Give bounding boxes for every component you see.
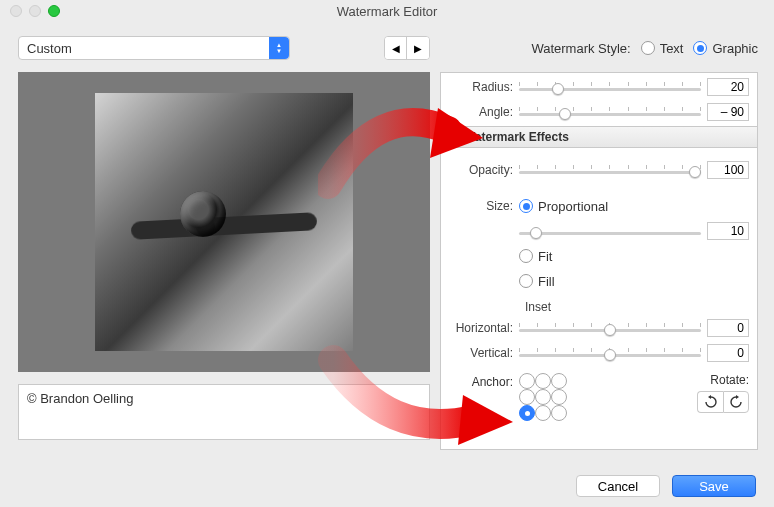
settings-panel: Radius: Angle: [440, 72, 758, 450]
horizontal-slider[interactable] [519, 321, 701, 335]
rotate-ccw-icon [704, 395, 718, 409]
anchor-ml[interactable] [519, 389, 535, 405]
style-text-radio[interactable]: Text [641, 41, 684, 56]
vertical-slider[interactable] [519, 346, 701, 360]
anchor-mc[interactable] [535, 389, 551, 405]
anchor-label: Anchor: [441, 373, 519, 389]
vertical-value[interactable] [707, 344, 749, 362]
angle-slider[interactable] [519, 105, 701, 119]
anchor-tl[interactable] [519, 373, 535, 389]
radio-icon [641, 41, 655, 55]
window-title: Watermark Editor [0, 4, 774, 19]
prev-button[interactable]: ◀ [385, 37, 407, 59]
section-title: Watermark Effects [464, 130, 569, 144]
vertical-label: Vertical: [441, 346, 519, 360]
style-graphic-label: Graphic [712, 41, 758, 56]
chevron-updown-icon: ▲▼ [269, 37, 289, 59]
preset-selected-label: Custom [27, 41, 72, 56]
opacity-slider[interactable] [519, 163, 701, 177]
preview-area [18, 72, 430, 372]
anchor-tc[interactable] [535, 373, 551, 389]
watermark-style-label: Watermark Style: [531, 41, 630, 56]
cancel-button[interactable]: Cancel [576, 475, 660, 497]
size-fit-radio[interactable]: Fit [519, 249, 552, 264]
size-proportional-radio[interactable]: Proportional [519, 199, 608, 214]
radio-icon [519, 199, 533, 213]
size-value[interactable] [707, 222, 749, 240]
horizontal-label: Horizontal: [441, 321, 519, 335]
radio-icon [519, 249, 533, 263]
inset-label: Inset [441, 300, 757, 314]
size-fill-radio[interactable]: Fill [519, 274, 555, 289]
size-proportional-label: Proportional [538, 199, 608, 214]
titlebar: Watermark Editor [0, 0, 774, 22]
rotate-cw-button[interactable] [723, 391, 749, 413]
size-fill-label: Fill [538, 274, 555, 289]
radius-value[interactable] [707, 78, 749, 96]
size-slider[interactable] [519, 224, 701, 238]
radius-slider[interactable] [519, 80, 701, 94]
opacity-label: Opacity: [441, 163, 519, 177]
size-fit-label: Fit [538, 249, 552, 264]
copyright-text-field[interactable]: © Brandon Oelling [18, 384, 430, 440]
anchor-tr[interactable] [551, 373, 567, 389]
rotate-label: Rotate: [710, 373, 749, 387]
save-button[interactable]: Save [672, 475, 756, 497]
rotate-cw-icon [729, 395, 743, 409]
anchor-bc[interactable] [535, 405, 551, 421]
horizontal-value[interactable] [707, 319, 749, 337]
style-text-label: Text [660, 41, 684, 56]
size-label: Size: [441, 199, 519, 213]
preset-select[interactable]: Custom ▲▼ [18, 36, 290, 60]
radio-icon [693, 41, 707, 55]
rotate-ccw-button[interactable] [697, 391, 723, 413]
next-button[interactable]: ▶ [407, 37, 429, 59]
disclosure-triangle-icon: ▼ [449, 132, 458, 142]
angle-label: Angle: [441, 105, 519, 119]
radio-icon [519, 274, 533, 288]
anchor-br[interactable] [551, 405, 567, 421]
anchor-bl[interactable] [519, 405, 535, 421]
opacity-value[interactable] [707, 161, 749, 179]
anchor-grid [519, 373, 567, 421]
preview-image[interactable] [95, 93, 353, 351]
anchor-mr[interactable] [551, 389, 567, 405]
style-graphic-radio[interactable]: Graphic [693, 41, 758, 56]
radius-label: Radius: [441, 80, 519, 94]
preset-nav: ◀ ▶ [384, 36, 430, 60]
angle-value[interactable] [707, 103, 749, 121]
watermark-effects-header[interactable]: ▼ Watermark Effects [441, 126, 757, 148]
